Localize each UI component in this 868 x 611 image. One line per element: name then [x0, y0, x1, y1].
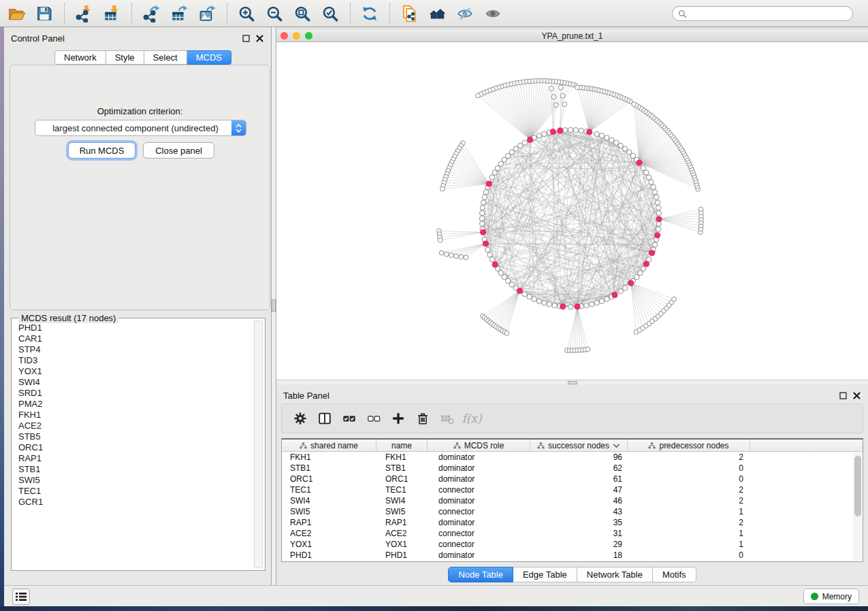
- export-table-icon[interactable]: [170, 4, 189, 23]
- splitter-handle[interactable]: [272, 299, 276, 312]
- mcds-result-item[interactable]: PHD1: [14, 323, 251, 333]
- sitemap-icon: [453, 442, 461, 449]
- function-builder-icon[interactable]: f(x): [463, 410, 481, 427]
- export-network-icon[interactable]: [142, 4, 161, 23]
- column-header-predecessor-nodes[interactable]: predecessor nodes: [628, 440, 750, 451]
- vertical-splitter[interactable]: [272, 27, 276, 585]
- table-row[interactable]: YOX1YOX1connector291: [282, 539, 863, 550]
- table-row[interactable]: ORC1ORC1dominator610: [282, 474, 863, 484]
- import-table-icon[interactable]: [102, 4, 121, 23]
- mcds-result-item[interactable]: TID3: [14, 355, 251, 366]
- tab-edge-table[interactable]: Edge Table: [513, 567, 577, 582]
- import-network-icon[interactable]: [74, 4, 93, 23]
- tab-network-table[interactable]: Network Table: [577, 567, 653, 582]
- table-row[interactable]: STB1STB1dominator620: [282, 463, 863, 474]
- column-header-mcds-role[interactable]: MCDS role: [428, 440, 530, 451]
- search-icon: [678, 10, 687, 18]
- close-panel-icon[interactable]: [852, 391, 861, 400]
- zoom-fit-icon[interactable]: [293, 4, 312, 23]
- hide-graphics-details-icon[interactable]: [455, 4, 475, 23]
- table-row[interactable]: ACE2ACE2connector311: [282, 528, 863, 539]
- mcds-list-scrollbar[interactable]: [254, 320, 263, 568]
- mcds-result-list: PHD1CAR1STP4TID3YOX1SWI4SRD1PMA2FKH1ACE2…: [14, 323, 251, 567]
- export-image-icon[interactable]: [197, 4, 216, 23]
- add-row-icon[interactable]: [389, 410, 407, 427]
- zoom-in-icon[interactable]: [237, 4, 256, 23]
- open-folder-icon[interactable]: [7, 4, 26, 23]
- mcds-result-item[interactable]: RAP1: [14, 453, 251, 464]
- zoom-out-icon[interactable]: [265, 4, 284, 23]
- table-row[interactable]: RAP1RAP1dominator352: [282, 517, 863, 528]
- table-row[interactable]: SWI5SWI5connector431: [282, 506, 863, 517]
- home-icon[interactable]: [428, 4, 447, 23]
- deselect-all-icon[interactable]: [365, 410, 383, 427]
- main-toolbar: [0, 0, 868, 27]
- save-session-icon[interactable]: [35, 4, 54, 23]
- network-window-title: YPA_prune.txt_1: [276, 31, 868, 41]
- mcds-result-item[interactable]: GCR1: [14, 497, 251, 508]
- close-panel-button[interactable]: Close panel: [143, 142, 214, 159]
- network-window-titlebar[interactable]: YPA_prune.txt_1: [276, 30, 868, 42]
- mcds-result-item[interactable]: SRD1: [14, 388, 251, 399]
- table-row[interactable]: TEC1TEC1connector472: [282, 484, 863, 495]
- refresh-icon[interactable]: [360, 4, 379, 23]
- show-column-panel-icon[interactable]: [316, 410, 334, 427]
- mcds-result-title: MCDS result (17 nodes): [18, 313, 118, 323]
- network-graph-svg[interactable]: [276, 42, 868, 380]
- close-panel-icon[interactable]: [255, 34, 264, 43]
- tab-select[interactable]: Select: [144, 50, 187, 65]
- mcds-result-item[interactable]: STB1: [14, 464, 251, 475]
- column-header-name[interactable]: name: [376, 440, 428, 451]
- mcds-result-item[interactable]: CAR1: [14, 333, 251, 344]
- mcds-result-item[interactable]: STB5: [14, 431, 251, 442]
- table-row[interactable]: FKH1FKH1dominator962: [282, 452, 863, 463]
- select-all-icon[interactable]: [340, 410, 358, 427]
- search-input[interactable]: [690, 9, 847, 18]
- table-panel: Table Panel f(x) shared na: [276, 384, 868, 585]
- table-scrollbar[interactable]: [853, 452, 862, 561]
- table-row[interactable]: SWI4SWI4dominator462: [282, 495, 863, 506]
- delete-row-icon[interactable]: [414, 410, 432, 427]
- tab-node-table[interactable]: Node Table: [448, 567, 513, 582]
- tab-network[interactable]: Network: [54, 50, 106, 65]
- delete-column-icon[interactable]: [438, 410, 456, 427]
- toolbar-separator: [350, 3, 351, 24]
- table-scrollbar-thumb[interactable]: [854, 456, 861, 516]
- optimization-criterion-label: Optimization criterion:: [10, 106, 270, 116]
- sitemap-icon: [537, 442, 545, 449]
- run-mcds-button[interactable]: Run MCDS: [68, 142, 135, 159]
- tab-mcds[interactable]: MCDS: [187, 50, 231, 65]
- tab-style[interactable]: Style: [106, 50, 144, 65]
- mcds-result-item[interactable]: FKH1: [14, 410, 251, 420]
- desktop-wallpaper-bottom: [0, 606, 868, 611]
- toolbar-separator: [131, 3, 132, 24]
- mcds-result-item[interactable]: PMA2: [14, 399, 251, 410]
- memory-button[interactable]: Memory: [803, 589, 859, 604]
- optimization-criterion-select[interactable]: largest connected component (undirected): [35, 120, 246, 136]
- open-network-file-icon[interactable]: [400, 4, 419, 23]
- column-header-shared-name[interactable]: shared name: [282, 440, 376, 451]
- settings-gear-icon[interactable]: [291, 410, 309, 427]
- mcds-result-item[interactable]: TEC1: [14, 486, 251, 497]
- column-header-successor-nodes[interactable]: successor nodes: [530, 440, 628, 451]
- horizontal-splitter[interactable]: [276, 380, 868, 384]
- mcds-result-item[interactable]: SWI4: [14, 377, 251, 388]
- mcds-result-item[interactable]: SWI5: [14, 475, 251, 486]
- panel-list-button[interactable]: [12, 589, 30, 605]
- node-table-body: FKH1FKH1dominator962STB1STB1dominator620…: [282, 452, 863, 561]
- mcds-result-item[interactable]: STP4: [14, 344, 251, 355]
- float-panel-icon[interactable]: [242, 34, 251, 43]
- table-row[interactable]: PHD1PHD1dominator180: [282, 550, 863, 561]
- show-graphics-details-icon[interactable]: [483, 4, 502, 23]
- search-field[interactable]: [672, 6, 853, 21]
- tab-motifs[interactable]: Motifs: [653, 567, 696, 582]
- zoom-selected-icon[interactable]: [321, 4, 340, 23]
- float-panel-icon[interactable]: [839, 391, 848, 400]
- mcds-result-item[interactable]: YOX1: [14, 366, 251, 377]
- mcds-result-item[interactable]: ACE2: [14, 420, 251, 431]
- memory-label: Memory: [822, 592, 852, 601]
- control-panel-title: Control Panel: [11, 33, 237, 44]
- mcds-result-item[interactable]: ORC1: [14, 442, 251, 453]
- mcds-result-box: MCDS result (17 nodes) PHD1CAR1STP4TID3Y…: [11, 318, 266, 571]
- table-panel-title: Table Panel: [283, 391, 834, 401]
